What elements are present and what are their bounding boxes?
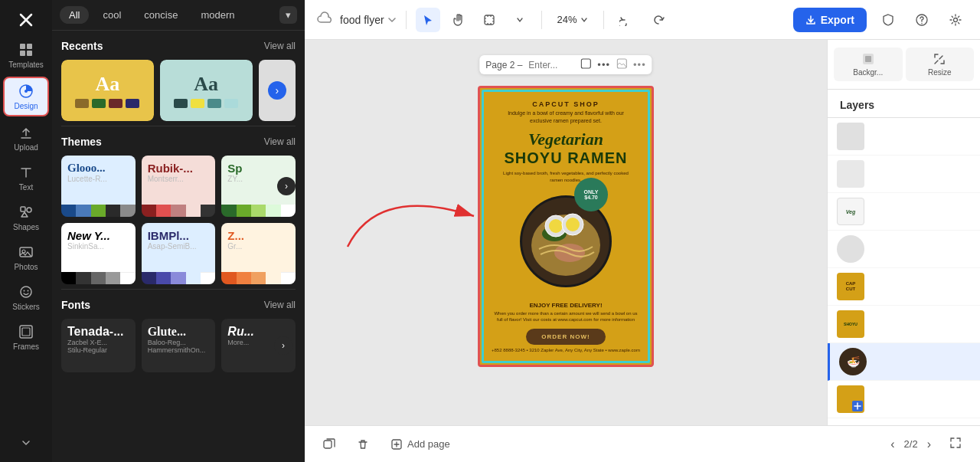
theme-card-z[interactable]: Z... Gr... — [221, 223, 296, 284]
sidebar-collapse-button[interactable] — [3, 430, 49, 456]
layer-item-1[interactable] — [828, 118, 980, 156]
fonts-header: Fonts View all — [61, 299, 296, 311]
layer-item-4[interactable] — [828, 231, 980, 268]
layer-item-5[interactable]: CAPCUT — [828, 268, 980, 306]
filter-tab-cool[interactable]: cool — [93, 6, 130, 24]
canvas-background[interactable]: Page 2 – ••• ••• — [305, 40, 827, 425]
panel-sections: Recents View all Aa — [52, 31, 305, 377]
recent-card-1[interactable]: Aa — [61, 60, 154, 121]
help-button[interactable] — [910, 8, 934, 32]
layer-item-6[interactable]: SHOYU — [828, 306, 980, 343]
cursor-icon — [422, 14, 434, 26]
theme-card-newy[interactable]: New Y... SinkinSa... — [61, 223, 136, 284]
project-name[interactable]: food flyer — [340, 14, 397, 26]
page-options-button[interactable]: ••• — [633, 59, 646, 70]
bottom-bar: Add page ‹ 2/2 › — [305, 425, 980, 462]
layer-item-3[interactable]: Veg — [828, 193, 980, 231]
fonts-title: Fonts — [61, 299, 90, 311]
frame-chevron-button[interactable] — [508, 8, 532, 32]
background-icon — [861, 52, 875, 66]
sidebar-item-photos[interactable]: Photos — [3, 239, 49, 276]
recent-card-2[interactable]: Aa — [160, 60, 253, 121]
sidebar-item-upload[interactable]: Upload — [3, 120, 49, 156]
page-image-button[interactable] — [616, 58, 627, 71]
resize-tool-button[interactable]: Resize — [906, 48, 975, 81]
layer-thumb-3: Veg — [837, 198, 864, 225]
fit-icon — [949, 437, 962, 449]
chevron-down-icon — [18, 434, 34, 451]
fit-page-button[interactable] — [943, 434, 968, 455]
layer-thumb-4 — [837, 235, 864, 263]
prev-page-button[interactable]: ‹ — [887, 434, 897, 454]
add-page-button[interactable]: Add page — [384, 434, 456, 455]
svg-rect-19 — [581, 59, 590, 68]
trash-icon — [357, 438, 369, 451]
layer-thumb-8 — [837, 385, 864, 413]
theme-card-rubik[interactable]: Rubik-... Montserr... — [142, 156, 216, 217]
upload-icon — [18, 124, 34, 141]
zoom-control-button[interactable]: 24% — [551, 11, 594, 28]
redo-button[interactable] — [647, 8, 671, 32]
undo-button[interactable] — [613, 8, 638, 32]
delete-page-button[interactable] — [351, 434, 375, 455]
food-flyer[interactable]: CAPCUT SHOP Indulge in a bowl of creamy … — [478, 86, 654, 367]
svg-point-7 — [27, 208, 31, 212]
filter-tab-all[interactable]: All — [60, 6, 89, 24]
flyer-bowl-area: ONLY $4.70 — [516, 192, 616, 294]
fonts-view-all[interactable]: View all — [264, 300, 296, 310]
filter-tab-concise[interactable]: concise — [135, 6, 187, 24]
shield-button[interactable] — [876, 8, 900, 32]
sidebar-item-text[interactable]: Text — [3, 159, 49, 196]
sidebar-item-stickers[interactable]: Stickers — [3, 279, 49, 316]
settings-button[interactable] — [943, 8, 968, 32]
duplicate-page-button[interactable] — [317, 434, 341, 455]
cursor-tool-button[interactable] — [416, 8, 440, 32]
toolbar-tools — [416, 8, 532, 32]
recent-template-2[interactable]: Aa — [160, 60, 253, 121]
font-card-tenada[interactable]: Tenada-... Zacbel X-E... Stilu-Regular — [61, 319, 136, 372]
frame-select-button[interactable] — [477, 8, 501, 32]
layer-item-2[interactable] — [828, 156, 980, 193]
page-count: 2/2 — [904, 438, 918, 450]
theme-card-gloo[interactable]: Glooo... Lucette-R... — [61, 156, 136, 217]
recent-template-1[interactable]: Aa — [61, 60, 154, 121]
filter-more-button[interactable]: ▾ — [279, 6, 297, 24]
flyer-shop-name: CAPCUT SHOP — [532, 100, 599, 108]
font-card-ru[interactable]: Ru... More... › — [221, 319, 296, 372]
themes-expand-arrow[interactable]: › — [277, 177, 296, 195]
theme-card-sp[interactable]: Sp ZY... › — [221, 156, 296, 217]
redo-icon — [653, 14, 665, 26]
fonts-grid: Tenada-... Zacbel X-E... Stilu-Regular G… — [61, 319, 296, 372]
themes-view-all[interactable]: View all — [264, 136, 296, 147]
photos-icon — [18, 244, 34, 260]
layer-thumb-5: CAPCUT — [837, 273, 864, 300]
font-card-glute[interactable]: Glute... Baloo-Reg... HammersmithOn... — [142, 319, 216, 372]
svg-point-9 — [22, 250, 25, 253]
sidebar-item-shapes[interactable]: Shapes — [3, 199, 49, 236]
export-button[interactable]: Export — [793, 8, 867, 32]
frames-icon — [18, 323, 34, 340]
sidebar-item-frames[interactable]: Frames — [3, 319, 49, 356]
page-frame-button[interactable] — [580, 58, 591, 71]
theme-card-ibm[interactable]: IBMPl... Asap-SemiB... — [142, 223, 216, 284]
layer-item-8[interactable] — [828, 381, 980, 418]
background-tool-button[interactable]: Backgr... — [834, 48, 903, 81]
sidebar-item-design[interactable]: Design — [3, 77, 49, 116]
page-more-button[interactable]: ••• — [597, 59, 610, 70]
fonts-expand-arrow[interactable]: › — [274, 336, 292, 355]
layer-item-7[interactable]: 🍜 — [828, 343, 980, 381]
page-name-input[interactable] — [528, 60, 574, 70]
sidebar-item-templates[interactable]: Templates — [3, 37, 49, 74]
recents-view-all[interactable]: View all — [264, 41, 296, 51]
hand-tool-button[interactable] — [446, 8, 471, 32]
themes-grid: Glooo... Lucette-R... Rubik-... — [61, 156, 296, 284]
svg-rect-15 — [485, 15, 494, 25]
order-now-button[interactable]: ORDER NOW! — [526, 329, 605, 345]
recent-card-3[interactable]: › — [259, 60, 296, 121]
fonts-section: Fonts View all Tenada-... Zacbel X-E... … — [52, 290, 305, 377]
help-icon — [915, 13, 929, 27]
right-sidebar: Backgr... Resize Layers — [827, 40, 980, 425]
next-page-button[interactable]: › — [924, 434, 934, 454]
layers-list: Veg CAPCUT SHOYU — [828, 118, 980, 425]
filter-tab-modern[interactable]: modern — [191, 6, 243, 24]
